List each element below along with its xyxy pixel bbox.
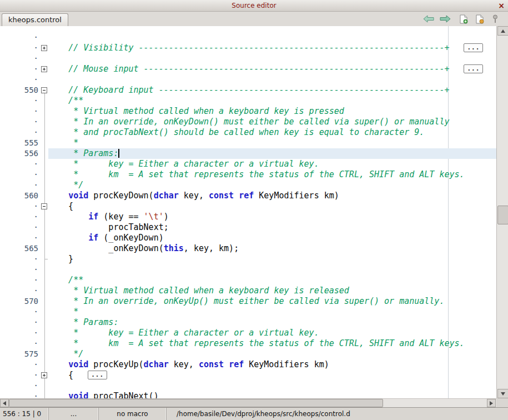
code-line[interactable]: 575 */: [0, 349, 496, 359]
code-line[interactable]: · * key = Either a character or a virtua…: [0, 159, 496, 169]
fold-ellipsis[interactable]: ...: [88, 371, 107, 379]
back-icon[interactable]: [421, 13, 436, 24]
code-line[interactable]: ·: [0, 74, 496, 85]
line-number[interactable]: ·: [0, 96, 41, 106]
line-number[interactable]: 565: [0, 243, 41, 254]
line-number[interactable]: ·: [0, 212, 41, 222]
line-number[interactable]: ·: [0, 43, 41, 53]
fold-toggle-icon[interactable]: [41, 87, 47, 93]
scroll-left-button[interactable]: [0, 399, 9, 407]
code-line[interactable]: · {: [0, 201, 496, 212]
code-line[interactable]: · }: [0, 254, 496, 264]
code-line[interactable]: 550 // Keyboard input ------------------…: [0, 85, 496, 96]
fold-toggle-icon[interactable]: [41, 45, 47, 51]
fold-toggle-icon[interactable]: [41, 66, 47, 72]
scroll-down-button[interactable]: [497, 389, 508, 398]
horizontal-scrollbar[interactable]: [0, 398, 496, 407]
code-line[interactable]: ·: [0, 53, 496, 64]
code-line[interactable]: 556 * Params:: [0, 148, 496, 159]
line-number[interactable]: ·: [0, 117, 41, 127]
fold-toggle-icon[interactable]: [41, 372, 47, 378]
line-number[interactable]: 555: [0, 138, 41, 148]
new-document-icon[interactable]: [456, 13, 471, 24]
fold-gutter: [41, 286, 48, 296]
code-line[interactable]: · * Virtual method called when a keyboar…: [0, 106, 496, 117]
horizontal-scroll-thumb[interactable]: [9, 399, 383, 407]
code-line[interactable]: · */: [0, 180, 496, 191]
fold-gutter: [41, 254, 48, 264]
line-number[interactable]: ·: [0, 328, 41, 338]
code-line[interactable]: · void procTabNext(): [0, 391, 496, 398]
code-line[interactable]: · // Visibility ------------------------…: [0, 43, 496, 53]
code-line[interactable]: · void procKeyUp(dchar key, const ref Ke…: [0, 359, 496, 370]
line-number[interactable]: ·: [0, 32, 41, 43]
fold-toggle-icon[interactable]: [41, 203, 47, 209]
code-line[interactable]: · *: [0, 307, 496, 317]
code-line[interactable]: · * Params:: [0, 317, 496, 328]
line-number[interactable]: ·: [0, 159, 41, 169]
code-line[interactable]: · * and procTabNext() should be called w…: [0, 127, 496, 138]
line-number[interactable]: ·: [0, 127, 41, 138]
line-number[interactable]: ·: [0, 201, 41, 212]
fold-ellipsis[interactable]: ...: [464, 43, 483, 52]
dock-pin-icon[interactable]: [488, 13, 502, 24]
code-line[interactable]: 570 * In an override, onKeyUp() must eit…: [0, 296, 496, 307]
fold-gutter: [41, 391, 48, 398]
line-number[interactable]: ·: [0, 222, 41, 233]
window-titlebar[interactable]: Source editor ×: [0, 0, 508, 12]
line-number[interactable]: ·: [0, 391, 41, 398]
line-number[interactable]: 556: [0, 148, 41, 159]
line-number[interactable]: ·: [0, 307, 41, 317]
fold-ellipsis[interactable]: ...: [464, 64, 483, 73]
line-number[interactable]: ·: [0, 286, 41, 296]
line-number[interactable]: ·: [0, 264, 41, 275]
line-number[interactable]: 550: [0, 85, 41, 96]
code-line[interactable]: · /**: [0, 96, 496, 106]
line-number[interactable]: ·: [0, 381, 41, 391]
line-number[interactable]: 575: [0, 349, 41, 359]
code-line[interactable]: · if (_onKeyDown): [0, 233, 496, 243]
tab-kheops-control[interactable]: kheops.control: [2, 13, 68, 26]
line-number[interactable]: ·: [0, 338, 41, 349]
code-editor[interactable]: ·· // Visibility -----------------------…: [0, 26, 496, 398]
code-line[interactable]: · {...: [0, 370, 496, 381]
code-line[interactable]: · // Mouse input -----------------------…: [0, 64, 496, 74]
line-number[interactable]: ·: [0, 233, 41, 243]
line-number[interactable]: ·: [0, 254, 41, 264]
scroll-up-button[interactable]: [497, 26, 508, 36]
code-line[interactable]: · procTabNext;: [0, 222, 496, 233]
line-number[interactable]: ·: [0, 74, 41, 85]
code-line[interactable]: · * km = A set that represents the statu…: [0, 169, 496, 180]
save-document-icon[interactable]: [472, 13, 487, 24]
code-line[interactable]: · if (key == '\t'): [0, 212, 496, 222]
line-number[interactable]: ·: [0, 64, 41, 74]
arrow-left-icon: [3, 401, 6, 406]
line-number[interactable]: ·: [0, 275, 41, 286]
line-number[interactable]: ·: [0, 169, 41, 180]
line-number[interactable]: ·: [0, 53, 41, 64]
scroll-right-button[interactable]: [487, 399, 496, 407]
line-number[interactable]: ·: [0, 180, 41, 191]
code-line[interactable]: · /**: [0, 275, 496, 286]
vertical-scrollbar[interactable]: [496, 26, 508, 398]
line-number[interactable]: ·: [0, 106, 41, 117]
fold-gutter: [41, 148, 48, 159]
line-number[interactable]: ·: [0, 317, 41, 328]
code-line[interactable]: · * In an override, onKeyDown() must eit…: [0, 117, 496, 127]
code-line[interactable]: ·: [0, 32, 496, 43]
vertical-scroll-thumb[interactable]: [497, 206, 508, 224]
code-line[interactable]: 555 *: [0, 138, 496, 148]
code-line[interactable]: ·: [0, 264, 496, 275]
line-number[interactable]: ·: [0, 370, 41, 381]
code-line[interactable]: · * key = Either a character or a virtua…: [0, 328, 496, 338]
code-line[interactable]: · * km = A set that represents the statu…: [0, 338, 496, 349]
forward-icon[interactable]: [438, 13, 452, 24]
line-number[interactable]: ·: [0, 359, 41, 370]
code-line[interactable]: ·: [0, 381, 496, 391]
line-number[interactable]: 560: [0, 191, 41, 201]
code-line[interactable]: · * Virtual method called when a keyboar…: [0, 286, 496, 296]
close-icon[interactable]: ×: [498, 1, 505, 11]
code-line[interactable]: 565 _onKeyDown(this, key, km);: [0, 243, 496, 254]
line-number[interactable]: 570: [0, 296, 41, 307]
code-line[interactable]: 560 void procKeyDown(dchar key, const re…: [0, 191, 496, 201]
